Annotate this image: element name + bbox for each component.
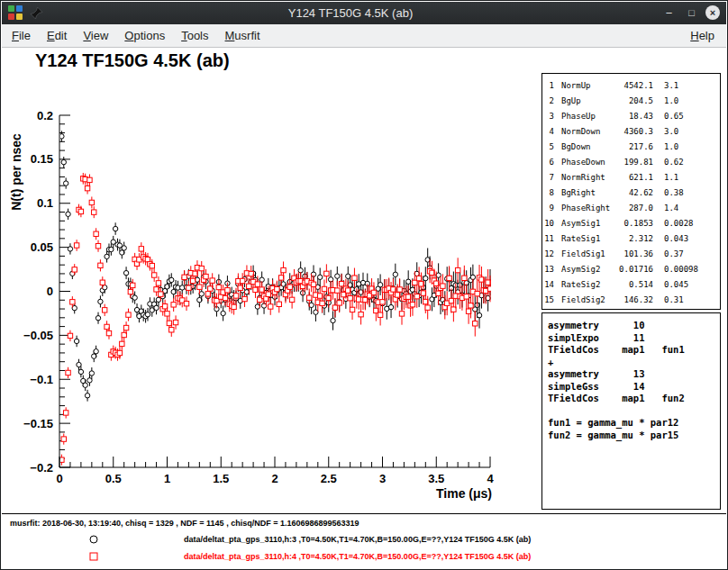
menu-musrfit-label: Musrfit (225, 29, 260, 42)
footer-separator (2, 513, 726, 514)
menu-file[interactable]: File (4, 24, 39, 47)
svg-text:0: 0 (47, 285, 53, 298)
maximize-button[interactable]: □ (684, 5, 699, 21)
menu-file-label: File (12, 29, 31, 42)
svg-text:4: 4 (487, 472, 494, 485)
parameter-rows: 1NormUp4542.13.12BgUp204.51.03PhaseUp18.… (542, 78, 720, 308)
parameter-row: 7NormRight621.11.1 (542, 170, 720, 185)
parameter-pval: 0.01716 (615, 262, 653, 277)
svg-text:3: 3 (379, 472, 386, 485)
parameter-pno: 6 (542, 155, 554, 170)
menu-options[interactable]: Options (116, 24, 173, 47)
parameter-pno: 10 (542, 216, 554, 231)
svg-text:2: 2 (271, 472, 278, 485)
svg-text:0.5: 0.5 (105, 472, 122, 485)
parameter-pname: NormDown (561, 124, 615, 140)
parameter-pname: PhaseUp (561, 109, 615, 124)
titlebar[interactable]: Y124 TF150G 4.5K (ab) − □ × (2, 2, 726, 24)
menu-musrfit[interactable]: Musrfit (217, 24, 268, 47)
parameter-row: 4NormDown4360.33.0 (542, 124, 720, 140)
parameter-perr: 0.31 (664, 293, 684, 308)
parameter-row: 2BgUp204.51.0 (542, 94, 720, 109)
parameter-pval: 4542.1 (615, 78, 653, 94)
parameter-pname: NormRight (561, 170, 615, 185)
svg-text:N(t) per nsec: N(t) per nsec (9, 133, 23, 211)
parameter-pval: 0.1853 (615, 216, 653, 231)
parameter-perr: 1.0 (664, 140, 678, 155)
parameter-pname: NormUp (561, 78, 615, 94)
parameter-pval: 199.81 (615, 155, 653, 170)
parameter-pno: 1 (542, 78, 554, 94)
menu-edit[interactable]: Edit (39, 24, 75, 47)
parameter-row: 13AsymSig20.017160.00098 (542, 262, 720, 277)
parameter-panel: 1NormUp4542.13.12BgUp204.51.03PhaseUp18.… (541, 73, 721, 310)
menu-edit-label: Edit (47, 29, 67, 42)
parameter-pno: 14 (542, 277, 554, 293)
parameter-pno: 12 (542, 247, 554, 262)
parameter-row: 10AsymSig10.18530.0028 (542, 216, 720, 231)
parameter-pno: 15 (542, 293, 554, 308)
parameter-pname: RateSig1 (561, 231, 615, 247)
parameter-pno: 13 (542, 262, 554, 277)
svg-text:−0.2: −0.2 (30, 461, 53, 475)
parameter-perr: 0.37 (664, 247, 684, 262)
parameter-pno: 3 (542, 109, 554, 124)
parameter-perr: 3.0 (664, 124, 678, 140)
menu-view-label: View (83, 29, 108, 42)
theory-line: fun1 = gamma_mu * par12 (548, 417, 714, 430)
window-title: Y124 TF150G 4.5K (ab) (56, 2, 645, 24)
parameter-perr: 0.045 (664, 277, 688, 293)
parameter-pval: 621.1 (615, 170, 653, 185)
theory-line: asymmetry 13 (548, 368, 714, 381)
parameter-row: 6PhaseDown199.810.62 (542, 155, 720, 170)
theory-line: asymmetry 10 (548, 320, 714, 332)
parameter-pno: 5 (542, 140, 554, 155)
app-icon (8, 5, 23, 21)
parameter-perr: 0.62 (664, 155, 684, 170)
parameter-row: 8BgRight42.620.38 (542, 185, 720, 201)
legend-entry-run3: data/deltat_pta_gps_3110,h:3 ,T0=4.50K,T… (1, 532, 704, 547)
svg-text:−0.1: −0.1 (30, 373, 53, 386)
svg-text:3.5: 3.5 (428, 472, 444, 485)
svg-text:0.1: 0.1 (37, 196, 53, 210)
parameter-row: 15FieldSig2146.320.31 (542, 293, 720, 308)
menu-tools[interactable]: Tools (173, 24, 216, 47)
theory-line: simplExpo 11 (548, 332, 714, 345)
plot-canvas[interactable]: 00.511.522.533.54−0.2−0.15−0.1−0.0500.05… (1, 73, 519, 514)
parameter-pval: 146.32 (615, 293, 653, 308)
parameter-pval: 0.514 (615, 277, 653, 293)
theory-line: TFieldCos map1 fun1 (548, 344, 714, 357)
svg-text:1: 1 (164, 472, 170, 485)
musrview-window: Y124 TF150G 4.5K (ab) − □ × File Edit Vi… (0, 0, 728, 570)
parameter-pval: 2.312 (615, 231, 653, 247)
pin-icon (30, 6, 43, 20)
menu-view[interactable]: View (75, 24, 116, 47)
svg-text:1.5: 1.5 (213, 472, 229, 485)
menu-help[interactable]: Help (682, 24, 723, 47)
parameter-pval: 18.43 (615, 109, 653, 124)
parameter-perr: 0.00098 (664, 262, 698, 277)
parameter-perr: 0.38 (664, 185, 684, 201)
close-button[interactable]: × (705, 5, 720, 20)
parameter-pval: 101.36 (615, 247, 653, 262)
theory-line: + (548, 357, 714, 369)
parameter-row: 1NormUp4542.13.1 (542, 78, 720, 94)
parameter-perr: 0.65 (664, 109, 684, 124)
svg-text:0: 0 (56, 472, 62, 485)
theory-line: TFieldCos map1 fun2 (548, 393, 714, 405)
parameter-pname: AsymSig1 (561, 216, 615, 231)
parameter-pno: 7 (542, 170, 554, 185)
parameter-pval: 287.0 (615, 201, 653, 216)
parameter-pno: 4 (542, 124, 554, 140)
minimize-button[interactable]: − (661, 5, 677, 21)
parameter-perr: 0.043 (664, 231, 688, 247)
svg-text:0.2: 0.2 (37, 109, 53, 122)
parameter-pname: BgRight (561, 185, 615, 201)
parameter-row: 11RateSig12.3120.043 (542, 231, 720, 247)
parameter-perr: 0.0028 (664, 216, 694, 231)
legend-circle-marker-icon (88, 534, 99, 545)
plot-title: Y124 TF150G 4.5K (ab) (35, 50, 230, 71)
parameter-row: 3PhaseUp18.430.65 (542, 109, 720, 124)
legend-label-run3: data/deltat_pta_gps_3110,h:3 ,T0=4.50K,T… (184, 535, 531, 544)
theory-panel: asymmetry 10simplExpo 11TFieldCos map1 f… (541, 312, 721, 510)
